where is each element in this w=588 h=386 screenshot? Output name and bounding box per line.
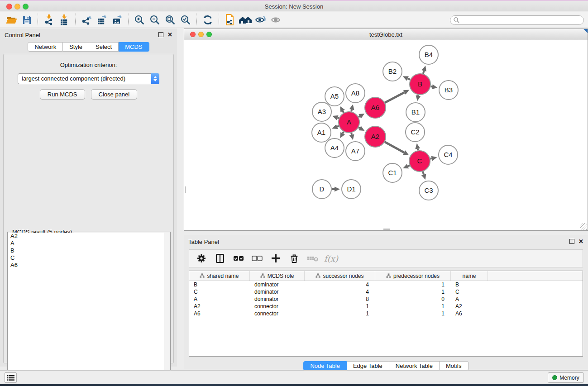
table-cell[interactable]: dominator [250, 295, 305, 303]
splitter-grip[interactable] [185, 186, 186, 193]
export-table-button[interactable] [94, 13, 110, 27]
table-cell[interactable]: 1 [375, 310, 451, 317]
table-cell[interactable]: B [451, 281, 488, 288]
table-cell[interactable]: 1 [305, 310, 375, 317]
table-cell[interactable]: C [189, 288, 250, 295]
zoom-in-button[interactable] [132, 13, 147, 27]
graph-edge-A-A6[interactable] [359, 116, 360, 117]
resize-grip[interactable] [580, 223, 587, 230]
tab-edge-table[interactable]: Edge Table [347, 361, 389, 371]
splitter-grip[interactable] [383, 229, 390, 230]
search-field[interactable] [450, 15, 584, 25]
table-cell[interactable]: connector [250, 303, 305, 310]
add-column-button[interactable] [267, 251, 284, 266]
column-header-MCDS-role[interactable]: MCDS role [250, 271, 305, 281]
show-graphics-details-button[interactable] [253, 13, 268, 27]
graph-edge-A2-C[interactable] [385, 142, 404, 153]
tab-network-table[interactable]: Network Table [389, 361, 440, 371]
table-cell[interactable]: A [189, 295, 250, 303]
graph-edge-A-A1[interactable] [337, 126, 339, 126]
graph-edge-A-A5[interactable] [343, 111, 344, 113]
graph-edge-A-A2[interactable] [359, 128, 360, 129]
zoom-fit-button[interactable] [163, 13, 178, 27]
graph-edge-B-B4[interactable] [423, 71, 424, 74]
column-header-predecessor-nodes[interactable]: predecessor nodes [375, 271, 451, 281]
hide-graphics-details-button[interactable] [268, 13, 284, 27]
table-cell[interactable]: B [189, 281, 250, 288]
mcds-result-item[interactable]: A6 [8, 262, 170, 269]
table-cell[interactable]: 1 [375, 303, 451, 310]
table-cell[interactable]: 0 [375, 295, 451, 303]
open-file-button[interactable] [4, 13, 19, 27]
export-image-button[interactable] [110, 13, 125, 27]
graph-edge-A-A4[interactable] [343, 132, 344, 133]
network-canvas[interactable]: B4B2BB3A5A8A6B1A3AC2A1A2A4A7C4CC1C3DD1 [184, 40, 588, 230]
save-session-button[interactable] [19, 13, 34, 27]
table-settings-button[interactable] [193, 251, 210, 266]
memory-button[interactable]: Memory [548, 372, 584, 383]
column-header-successor-nodes[interactable]: successor nodes [305, 271, 375, 281]
tab-select[interactable]: Select [89, 42, 119, 52]
column-header-name[interactable]: name [451, 271, 488, 281]
graph-edge-B-B3[interactable] [431, 86, 432, 87]
import-table-button[interactable] [57, 13, 72, 27]
criterion-dropdown[interactable]: largest connected component (directed) [18, 73, 159, 84]
tab-node-table[interactable]: Node Table [303, 361, 347, 371]
graph-edge-C-C1[interactable] [408, 166, 410, 167]
mcds-result-item[interactable]: C [8, 254, 170, 262]
column-header-shared-name[interactable]: shared name [189, 271, 250, 281]
table-cell[interactable]: connector [250, 310, 305, 317]
task-history-button[interactable] [5, 372, 17, 383]
graph-edge-C-C2[interactable] [418, 149, 418, 151]
float-panel-icon[interactable] [158, 32, 163, 37]
home-button[interactable] [238, 13, 253, 27]
table-cell[interactable]: A2 [451, 303, 488, 310]
deselect-all-button[interactable] [249, 251, 265, 266]
network-window-titlebar[interactable]: testGlobe.txt [184, 29, 588, 40]
select-all-button[interactable] [230, 251, 247, 266]
table-cell[interactable]: A2 [189, 303, 250, 310]
table-cell[interactable]: 4 [305, 281, 375, 288]
table-cell[interactable]: A6 [451, 310, 488, 317]
table-row[interactable]: A6connector11A6 [189, 310, 583, 317]
tab-style[interactable]: Style [63, 42, 89, 52]
graph-edge-C-C4[interactable] [430, 158, 431, 159]
delete-column-button[interactable] [286, 251, 302, 266]
tab-network[interactable]: Network [28, 42, 63, 52]
table-cell[interactable]: dominator [250, 281, 305, 288]
close-panel-icon[interactable]: ✕ [167, 31, 172, 38]
mcds-result-item[interactable]: B [8, 247, 170, 254]
table-cell[interactable]: 1 [375, 281, 451, 288]
refresh-button[interactable] [200, 13, 215, 27]
import-network-button[interactable] [41, 13, 57, 27]
graph-edge-A6-B[interactable] [385, 92, 404, 103]
tab-mcds[interactable]: MCDS [119, 42, 149, 52]
table-cell[interactable]: dominator [250, 288, 305, 295]
graph-edge-C-C3[interactable] [423, 172, 424, 175]
graph-edge-A-A3[interactable] [338, 118, 339, 118]
table-row[interactable]: Adominator80A [189, 295, 583, 303]
export-network-button[interactable] [79, 13, 94, 27]
result-scrollbar[interactable] [164, 233, 170, 383]
table-cell[interactable]: 8 [305, 295, 375, 303]
close-panel-button[interactable]: Close panel [91, 89, 138, 100]
graph-edge-B-B2[interactable] [408, 78, 411, 80]
table-cell[interactable]: 1 [305, 303, 375, 310]
table-row[interactable]: Bdominator41B [189, 281, 583, 288]
clone-network-button[interactable] [222, 13, 238, 27]
zoom-out-button[interactable] [147, 13, 163, 27]
table-cell[interactable]: C [451, 288, 488, 295]
table-cell[interactable]: 4 [305, 288, 375, 295]
table-row[interactable]: Cdominator41C [189, 288, 583, 295]
graph-edge-A-A8[interactable] [351, 110, 352, 111]
function-builder-button[interactable]: f(x) [323, 251, 339, 266]
float-panel-icon[interactable] [569, 239, 574, 244]
search-input[interactable] [460, 16, 583, 24]
delete-table-button[interactable] [304, 251, 321, 266]
close-panel-icon[interactable]: ✕ [578, 238, 583, 245]
mcds-result-item[interactable]: A [8, 240, 170, 247]
table-cell[interactable]: A [451, 295, 488, 303]
table-cell[interactable]: A6 [189, 310, 250, 317]
mcds-result-item[interactable]: A2 [8, 233, 170, 240]
zoom-selected-button[interactable] [178, 13, 193, 27]
